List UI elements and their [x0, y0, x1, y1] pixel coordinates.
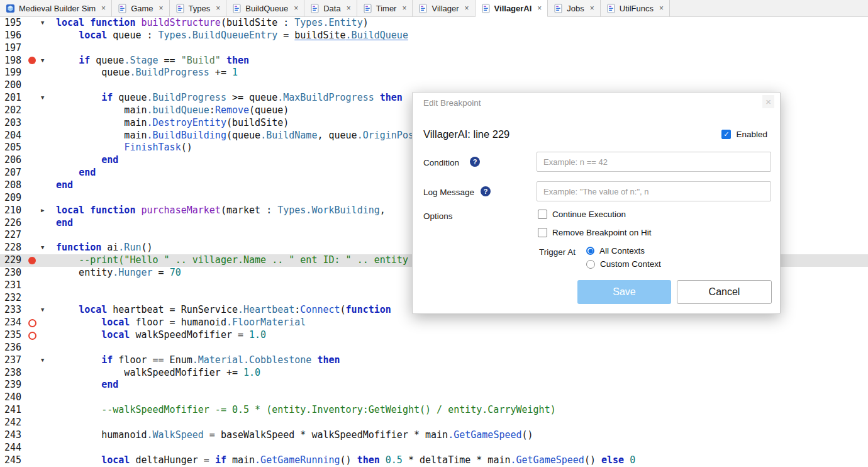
- line-number[interactable]: 242: [0, 417, 27, 429]
- breakpoint-gutter[interactable]: [27, 79, 39, 92]
- line-number[interactable]: 210: [0, 205, 27, 217]
- line-number[interactable]: 236: [0, 342, 27, 354]
- fold-gutter[interactable]: [39, 117, 56, 130]
- tab-villagerai[interactable]: VillagerAI×: [476, 0, 548, 17]
- line-number[interactable]: 203: [0, 117, 27, 130]
- line-number[interactable]: 198: [0, 55, 27, 67]
- line-number[interactable]: 243: [0, 429, 27, 442]
- tab-jobs[interactable]: Jobs×: [548, 0, 600, 16]
- line-number[interactable]: 244: [0, 442, 27, 454]
- line-number[interactable]: 237: [0, 354, 27, 367]
- breakpoint-gutter[interactable]: [27, 217, 39, 230]
- close-icon[interactable]: ×: [537, 4, 542, 13]
- line-number[interactable]: 238: [0, 367, 27, 380]
- line-number[interactable]: 234: [0, 317, 27, 329]
- tab-game[interactable]: Game×: [112, 0, 169, 16]
- breakpoint-icon[interactable]: [28, 57, 36, 64]
- close-icon[interactable]: ×: [294, 4, 298, 13]
- breakpoint-gutter[interactable]: [27, 229, 39, 242]
- line-number[interactable]: 204: [0, 130, 27, 142]
- breakpoint-hollow-icon[interactable]: [28, 332, 36, 340]
- breakpoint-gutter[interactable]: [27, 142, 39, 154]
- fold-gutter[interactable]: [39, 454, 56, 467]
- fold-gutter[interactable]: [39, 67, 56, 79]
- line-number[interactable]: 205: [0, 142, 27, 154]
- breakpoint-icon[interactable]: [28, 257, 36, 264]
- fold-gutter[interactable]: [39, 317, 56, 329]
- code-line[interactable]: 195▼local function buildStructure(buildS…: [0, 17, 868, 30]
- line-number[interactable]: 232: [0, 292, 27, 305]
- fold-gutter[interactable]: [39, 442, 56, 454]
- condition-input[interactable]: [537, 152, 771, 172]
- fold-closed-icon[interactable]: ▶: [39, 205, 56, 217]
- close-icon[interactable]: ×: [762, 95, 774, 108]
- tab-buildqueue[interactable]: BuildQueue×: [226, 0, 304, 16]
- fold-gutter[interactable]: [39, 379, 56, 391]
- close-icon[interactable]: ×: [590, 4, 594, 13]
- breakpoint-gutter[interactable]: [27, 317, 39, 329]
- tab-timer[interactable]: Timer×: [357, 0, 413, 16]
- fold-gutter[interactable]: [39, 130, 56, 142]
- fold-gutter[interactable]: [39, 154, 56, 167]
- fold-gutter[interactable]: [39, 192, 56, 205]
- line-number[interactable]: 208: [0, 179, 27, 192]
- fold-open-icon[interactable]: ▼: [39, 242, 56, 254]
- code-line[interactable]: 244: [0, 442, 868, 454]
- fold-gutter[interactable]: [39, 404, 56, 417]
- fold-gutter[interactable]: [39, 329, 56, 342]
- line-number[interactable]: 230: [0, 267, 27, 279]
- code-line[interactable]: 196 local queue : Types.BuildQueueEntry …: [0, 30, 868, 42]
- breakpoint-gutter[interactable]: [27, 130, 39, 142]
- tab-types[interactable]: Types×: [170, 0, 227, 16]
- breakpoint-gutter[interactable]: [27, 192, 39, 205]
- breakpoint-gutter[interactable]: [27, 454, 39, 467]
- code-line[interactable]: 235 local walkSpeedMofifier = 1.0: [0, 329, 868, 342]
- breakpoint-gutter[interactable]: [27, 367, 39, 380]
- breakpoint-gutter[interactable]: [27, 279, 39, 292]
- line-number[interactable]: 199: [0, 67, 27, 79]
- breakpoint-gutter[interactable]: [27, 154, 39, 167]
- line-number[interactable]: 197: [0, 42, 27, 55]
- remove-breakpoint-on-hit-checkbox[interactable]: Remove Breakpoint on Hit: [538, 228, 652, 237]
- fold-gutter[interactable]: [39, 30, 56, 42]
- breakpoint-hollow-icon[interactable]: [28, 319, 36, 327]
- code-line[interactable]: 238 walkSpeedMofifier += 1.0: [0, 367, 868, 380]
- fold-gutter[interactable]: [39, 104, 56, 117]
- all-contexts-radio[interactable]: All Contexts: [586, 246, 645, 256]
- breakpoint-gutter[interactable]: [27, 429, 39, 442]
- breakpoint-gutter[interactable]: [27, 92, 39, 104]
- line-number[interactable]: 202: [0, 104, 27, 117]
- close-icon[interactable]: ×: [159, 4, 164, 13]
- line-number[interactable]: 240: [0, 391, 27, 404]
- close-icon[interactable]: ×: [402, 4, 406, 13]
- breakpoint-gutter[interactable]: [27, 329, 39, 342]
- fold-gutter[interactable]: [39, 254, 56, 267]
- breakpoint-gutter[interactable]: [27, 104, 39, 117]
- line-number[interactable]: 229: [0, 254, 27, 267]
- breakpoint-gutter[interactable]: [27, 30, 39, 42]
- code-line[interactable]: 240: [0, 391, 868, 404]
- line-number[interactable]: 209: [0, 192, 27, 205]
- custom-context-radio[interactable]: Custom Context: [586, 259, 661, 269]
- breakpoint-gutter[interactable]: [27, 167, 39, 179]
- cancel-button[interactable]: Cancel: [677, 280, 772, 304]
- fold-gutter[interactable]: [39, 429, 56, 442]
- breakpoint-gutter[interactable]: [27, 67, 39, 79]
- condition-help-icon[interactable]: ?: [470, 157, 480, 167]
- breakpoint-gutter[interactable]: [27, 55, 39, 67]
- line-number[interactable]: 226: [0, 217, 27, 230]
- breakpoint-gutter[interactable]: [27, 17, 39, 30]
- fold-gutter[interactable]: [39, 79, 56, 92]
- breakpoint-gutter[interactable]: [27, 254, 39, 267]
- code-line[interactable]: 239 end: [0, 379, 868, 391]
- breakpoint-gutter[interactable]: [27, 442, 39, 454]
- fold-open-icon[interactable]: ▼: [39, 304, 56, 317]
- code-line[interactable]: 245 local deltaHunger = if main.GetGameR…: [0, 454, 868, 467]
- code-line[interactable]: 197: [0, 42, 868, 55]
- line-number[interactable]: 228: [0, 242, 27, 254]
- log-message-input[interactable]: [537, 181, 771, 201]
- breakpoint-gutter[interactable]: [27, 379, 39, 391]
- line-number[interactable]: 231: [0, 279, 27, 292]
- fold-gutter[interactable]: [39, 391, 56, 404]
- fold-gutter[interactable]: [39, 279, 56, 292]
